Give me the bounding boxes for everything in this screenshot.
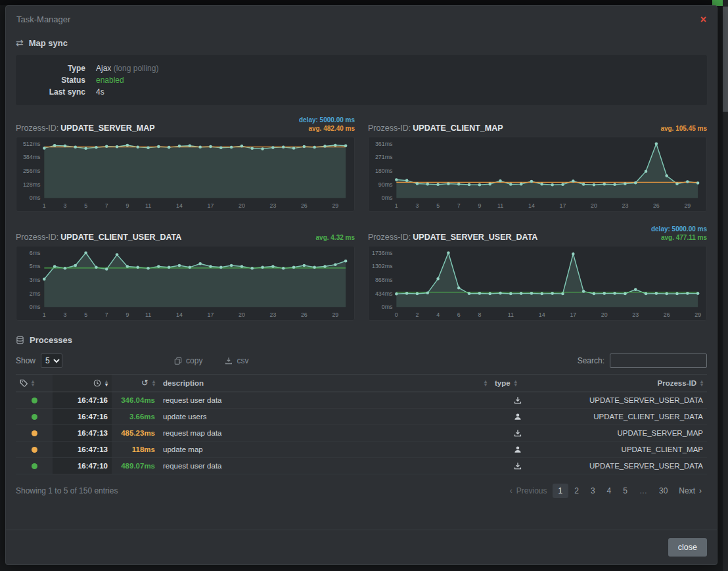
page-button-…: … <box>633 484 653 498</box>
svg-text:11: 11 <box>145 311 151 318</box>
sync-arrows-icon: ⇄ <box>16 37 24 48</box>
table-row[interactable]: 16:47:16346.04msrequest user dataUPDATE_… <box>16 392 707 409</box>
copy-button[interactable]: copy <box>174 356 202 365</box>
status-cell <box>16 425 53 442</box>
svg-text:9: 9 <box>478 202 481 209</box>
svg-text:29: 29 <box>332 202 338 209</box>
page-button-3[interactable]: 3 <box>585 484 601 498</box>
table-row[interactable]: 16:47:13118msupdate mapUPDATE_CLIENT_MAP <box>16 442 707 458</box>
svg-text:29: 29 <box>332 311 338 318</box>
svg-text:434ms: 434ms <box>375 290 393 297</box>
download-icon <box>514 396 522 404</box>
svg-text:128ms: 128ms <box>23 181 41 188</box>
svg-text:20: 20 <box>591 202 597 209</box>
search-input[interactable] <box>610 354 707 368</box>
avg-label: avg. 477.11 ms <box>651 233 707 242</box>
svg-text:17: 17 <box>208 311 214 318</box>
svg-text:0ms: 0ms <box>30 194 41 201</box>
close-icon[interactable]: × <box>700 15 706 24</box>
duration-cell: 3.66ms <box>112 409 159 425</box>
svg-text:23: 23 <box>270 202 277 209</box>
chart-svg: 0ms90ms180ms271ms361ms135791114172023262… <box>369 137 706 211</box>
page-button-30[interactable]: 30 <box>653 484 673 498</box>
time-cell: 16:47:13 <box>53 442 112 458</box>
column-header-status[interactable]: ▴▾ <box>20 379 49 387</box>
svg-text:3ms: 3ms <box>30 277 41 283</box>
svg-text:384ms: 384ms <box>23 154 41 160</box>
page-scrollbar[interactable] <box>723 0 728 571</box>
column-header-description[interactable]: description ▴▾ <box>163 379 487 387</box>
svg-text:29: 29 <box>684 202 691 209</box>
pagination-previous[interactable]: ‹ Previous <box>505 484 553 498</box>
show-label: Show <box>16 356 35 365</box>
table-row[interactable]: 16:47:10489.07msrequest user dataUPDATE_… <box>16 458 707 474</box>
svg-text:3: 3 <box>64 311 67 318</box>
csv-download-icon <box>225 357 233 365</box>
database-icon <box>16 336 24 344</box>
search-label: Search: <box>578 356 604 365</box>
download-icon <box>514 462 522 470</box>
page-button-5[interactable]: 5 <box>617 484 633 498</box>
process-table: ▴▾ ▴▾ ↺ ▴▾ <box>16 374 707 474</box>
chart-canvas: 0ms2ms3ms5ms6ms1357911141720232629 <box>16 246 355 321</box>
column-header-duration[interactable]: ↺ ▴▾ <box>116 379 155 387</box>
svg-text:26: 26 <box>301 202 307 209</box>
close-button[interactable]: close <box>668 538 707 557</box>
svg-text:2ms: 2ms <box>30 290 41 297</box>
svg-text:26: 26 <box>653 202 660 209</box>
column-header-type[interactable]: type ▴▾ <box>495 379 541 387</box>
svg-text:1302ms: 1302ms <box>372 263 393 269</box>
svg-text:23: 23 <box>632 311 639 318</box>
svg-text:26: 26 <box>301 311 307 318</box>
status-dot <box>32 447 37 453</box>
page-size-select[interactable]: 5 <box>41 354 62 368</box>
page-button-2[interactable]: 2 <box>568 484 585 498</box>
type-cell <box>491 409 545 425</box>
svg-text:11: 11 <box>508 311 514 318</box>
avg-label: avg. 4.32 ms <box>316 233 355 242</box>
chart-canvas: 0ms90ms180ms271ms361ms135791114172023262… <box>368 137 707 212</box>
sort-icon: ▴▾ <box>700 380 703 386</box>
map-sync-heading: ⇄ Map sync <box>16 37 707 48</box>
page-button-4[interactable]: 4 <box>601 484 618 498</box>
avg-label: avg. 105.45 ms <box>660 124 707 133</box>
page-button-1[interactable]: 1 <box>553 484 569 498</box>
user-icon <box>514 413 522 421</box>
column-header-process-id[interactable]: Prozess-ID ▴▾ <box>549 379 703 387</box>
description-cell: update users <box>159 409 491 425</box>
column-header-time[interactable]: ▴▾ <box>57 379 108 387</box>
last-sync-value: 4s <box>96 86 104 98</box>
svg-text:17: 17 <box>208 202 214 209</box>
chart-canvas: 0ms128ms256ms384ms512ms13579111417202326… <box>16 137 355 212</box>
duration-cell: 118ms <box>112 442 159 458</box>
next-chevron-icon: › <box>699 486 702 495</box>
svg-text:5: 5 <box>436 202 440 209</box>
prev-chevron-icon: ‹ <box>510 486 512 495</box>
info-row-status: Status enabled <box>16 74 707 86</box>
processes-heading-label: Processes <box>30 335 72 345</box>
time-cell: 16:47:16 <box>53 409 112 425</box>
time-cell: 16:47:13 <box>53 425 112 442</box>
svg-text:5: 5 <box>84 202 87 209</box>
sort-icon: ▴▾ <box>514 380 517 386</box>
modal-title: Task-Manager <box>16 14 70 24</box>
pagination: ‹ Previous 12345…30 Next › <box>505 484 707 498</box>
process-id-cell: UPDATE_SERVER_USER_DATA <box>545 392 707 409</box>
copy-icon <box>174 357 182 365</box>
svg-text:1: 1 <box>43 202 46 209</box>
table-row[interactable]: 16:47:13485.23msrequest map dataUPDATE_S… <box>16 425 707 442</box>
scrollbar-thumb[interactable] <box>723 7 728 112</box>
map-sync-info-panel: Type Ajax (long polling) Status enabled … <box>16 55 707 105</box>
svg-text:14: 14 <box>528 202 535 209</box>
table-row[interactable]: 16:47:163.66msupdate usersUPDATE_CLIENT_… <box>16 409 707 425</box>
csv-button[interactable]: csv <box>225 356 248 365</box>
table-controls: Show 5 copy csv Search: <box>16 354 707 368</box>
history-icon: ↺ <box>141 379 148 387</box>
process-id-cell: UPDATE_CLIENT_USER_DATA <box>545 409 707 425</box>
status-dot <box>32 398 37 403</box>
info-row-last-sync: Last sync 4s <box>16 86 707 98</box>
pagination-pages: 12345…30 <box>553 484 674 498</box>
type-label: Type <box>16 62 96 74</box>
pagination-next[interactable]: Next › <box>673 484 707 498</box>
process-id-cell: UPDATE_SERVER_USER_DATA <box>545 458 707 474</box>
